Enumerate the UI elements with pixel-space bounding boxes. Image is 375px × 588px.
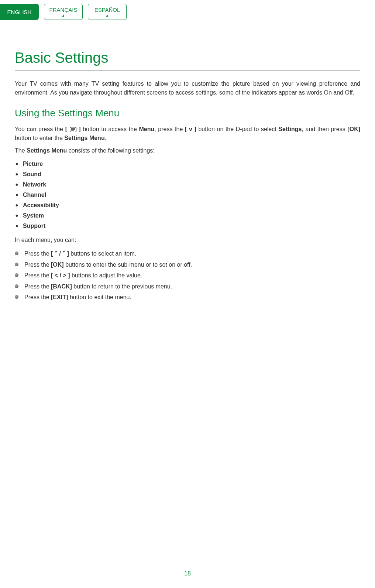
paragraph-each-menu: In each menu, you can:: [15, 236, 360, 245]
text-fragment: button to exit the menu.: [68, 294, 131, 300]
tab-francais-label: FRANÇAIS: [49, 7, 78, 13]
text-fragment: button on the D-pad to select: [196, 126, 279, 132]
text-fragment: [: [65, 126, 69, 132]
intro-paragraph: Your TV comes with many TV setting featu…: [15, 79, 360, 97]
paragraph-settings-consists: The Settings Menu consists of the follow…: [15, 146, 360, 155]
text-fragment: Settings Menu: [27, 147, 67, 154]
text-fragment: , press the: [154, 126, 185, 132]
tab-english[interactable]: ENGLISH: [0, 4, 39, 20]
text-fragment: Press the: [24, 283, 51, 290]
list-item: Sound: [15, 169, 360, 180]
text-fragment: You can press the: [15, 126, 65, 132]
list-item: Press the [OK] buttons to enter the sub-…: [15, 259, 360, 270]
text-fragment: The: [15, 147, 27, 154]
tab-francais[interactable]: FRANÇAIS ▲: [44, 4, 83, 20]
settings-menu-list: Picture Sound Network Channel Accessibil…: [15, 159, 360, 231]
text-fragment: Press the: [24, 294, 51, 300]
list-item: Press the [EXIT] button to exit the menu…: [15, 292, 360, 303]
list-item: Press the [BACK] button to return to the…: [15, 281, 360, 292]
text-fragment: [OK]: [51, 261, 64, 268]
page-content: Basic Settings Your TV comes with many T…: [0, 20, 375, 303]
text-fragment: Settings: [278, 126, 302, 132]
triangle-up-icon: ▲: [106, 14, 109, 17]
list-item: Channel: [15, 190, 360, 200]
text-fragment: .: [105, 135, 106, 141]
list-item: Press the [ < / > ] buttons to adjust th…: [15, 270, 360, 281]
list-item: Picture: [15, 159, 360, 169]
list-item: System: [15, 211, 360, 221]
language-tabs: ENGLISH FRANÇAIS ▲ ESPAÑOL ▲: [0, 0, 375, 20]
text-fragment: Press the: [24, 272, 51, 278]
text-fragment: Press the: [24, 261, 51, 268]
section-subtitle: Using the Settings Menu: [15, 107, 360, 119]
text-fragment: [ ˄ / ˅ ]: [51, 250, 69, 257]
text-fragment: buttons to select an item.: [69, 250, 136, 257]
text-fragment: Menu: [139, 126, 155, 132]
text-fragment: , and then press: [302, 126, 347, 132]
list-item: Support: [15, 221, 360, 231]
text-fragment: [EXIT]: [51, 294, 68, 300]
text-fragment: ]: [77, 126, 81, 132]
menu-icon: [70, 127, 76, 132]
text-fragment: Press the: [24, 250, 51, 257]
action-list: Press the [ ˄ / ˅ ] buttons to select an…: [15, 248, 360, 303]
text-fragment: button to enter the: [15, 135, 64, 141]
text-fragment: [ < / > ]: [51, 272, 70, 278]
text-fragment: [BACK]: [51, 283, 72, 290]
text-fragment: buttons to enter the sub-menu or to set …: [64, 261, 192, 268]
text-fragment: buttons to adjust the value.: [70, 272, 142, 278]
page-number: 18: [0, 570, 375, 577]
tab-espanol-label: ESPAÑOL: [94, 7, 120, 13]
text-fragment: [OK]: [347, 126, 360, 132]
tab-espanol[interactable]: ESPAÑOL ▲: [88, 4, 127, 20]
text-fragment: button to return to the previous menu.: [72, 283, 172, 290]
text-fragment: Settings Menu: [64, 135, 104, 141]
list-item: Network: [15, 180, 360, 190]
text-fragment: consists of the following settings:: [67, 147, 154, 154]
list-item: Press the [ ˄ / ˅ ] buttons to select an…: [15, 248, 360, 259]
triangle-up-icon: ▲: [62, 14, 65, 17]
page-title: Basic Settings: [15, 49, 360, 71]
tab-english-label: ENGLISH: [7, 9, 32, 15]
text-fragment: [ v ]: [185, 126, 196, 132]
text-fragment: button to access the: [81, 126, 139, 132]
list-item: Accessibility: [15, 200, 360, 211]
paragraph-menu-access: You can press the [ ] button to access t…: [15, 125, 360, 143]
